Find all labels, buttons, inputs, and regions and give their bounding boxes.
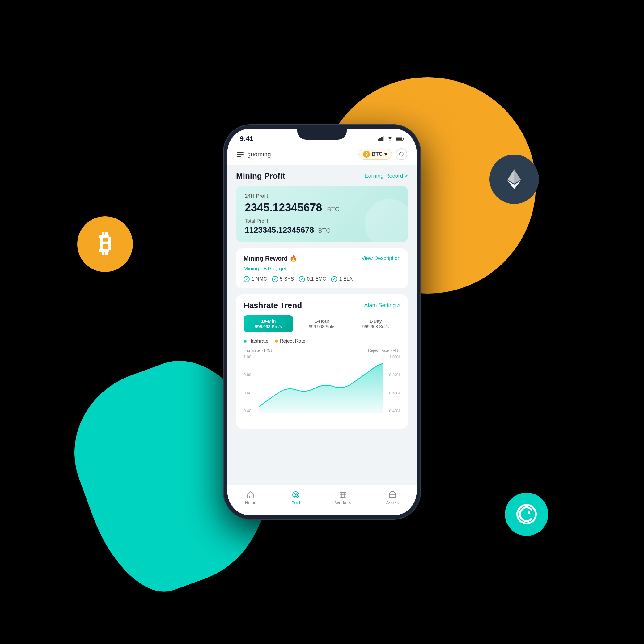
- nav-workers-label: Workers: [335, 500, 351, 505]
- chart-legend: Hashrate Reject Rate: [244, 338, 400, 344]
- nav-workers[interactable]: Workers: [335, 490, 351, 505]
- hashrate-label: Hashrate: [248, 338, 269, 344]
- earning-record-link[interactable]: Earning Record >: [364, 173, 408, 179]
- nav-assets[interactable]: Assets: [386, 490, 399, 505]
- tab-1hour-label: 1-Hour: [299, 318, 344, 324]
- tab-1day-label: 1-Day: [353, 318, 398, 324]
- view-description-link[interactable]: View Description: [362, 255, 400, 261]
- svg-rect-9: [381, 137, 383, 141]
- signal-icon: [378, 136, 384, 141]
- nav-home-label: Home: [245, 500, 256, 505]
- check-ela: ✓: [331, 276, 337, 282]
- time-tabs: 10-Min 999.908 Sol/s 1-Hour 999.908 Sol/…: [244, 315, 400, 332]
- tab-1day-value: 999.908 Sol/s: [353, 324, 398, 329]
- battery-icon: [396, 136, 404, 141]
- phone-screen: 9:41: [227, 129, 417, 515]
- svg-rect-13: [403, 138, 404, 140]
- bottom-nav: Home Pool: [227, 485, 417, 515]
- svg-rect-8: [379, 138, 381, 141]
- reward-item-nmc: ✓ 1 NMC: [244, 276, 267, 282]
- phone-outer: 9:41: [223, 124, 421, 520]
- main-content: Mining Profit Earning Record > 24H Profi…: [227, 165, 417, 496]
- reward-title: Mining Reword 🔥: [244, 255, 297, 262]
- chart-area: 1.00 0.80 0.60 0.40 1.00% 0.80% 0.60% 0.…: [244, 354, 400, 422]
- reward-item-emc: ✓ 0.1 EMC: [299, 276, 326, 282]
- pool-icon: [291, 490, 300, 499]
- btc-circle: ₿: [363, 151, 370, 158]
- btc-selector[interactable]: ₿ BTC ▾: [358, 149, 392, 160]
- alarm-setting-link[interactable]: Alam Setting >: [364, 302, 400, 309]
- green-c-icon: [505, 493, 548, 536]
- wifi-icon: [387, 136, 393, 141]
- hashrate-section: Hashrate Trend Alam Setting > 10-Min 999…: [236, 294, 408, 429]
- reward-header: Mining Reword 🔥 View Description: [244, 255, 400, 262]
- menu-icon[interactable]: [237, 152, 244, 157]
- status-icons: [378, 136, 404, 141]
- reject-rate-dot: [275, 340, 278, 343]
- tab-10min-label: 10-Min: [246, 318, 291, 324]
- svg-point-6: [528, 511, 530, 514]
- reward-label-sys: 5 SYS: [280, 276, 294, 282]
- y-axis-left-title: Hashrate（H/S）: [244, 348, 274, 353]
- y-axis-right-title: Reject Rate（%）: [368, 348, 400, 353]
- hashrate-dot: [244, 340, 247, 343]
- hashrate-fill: [259, 363, 383, 413]
- header-right: ₿ BTC ▾ ⬡: [358, 148, 407, 160]
- check-nmc: ✓: [244, 276, 250, 282]
- y-labels-right: 1.00% 0.80% 0.60% 0.40%: [383, 354, 400, 413]
- username-label: guoming: [247, 151, 271, 158]
- reward-item-ela: ✓ 1 ELA: [331, 276, 353, 282]
- hashrate-title: Hashrate Trend: [244, 301, 302, 310]
- assets-icon: [388, 490, 397, 499]
- mining-profit-header: Mining Profit Earning Record >: [236, 171, 408, 181]
- workers-icon: [339, 490, 347, 499]
- mining-profit-title: Mining Profit: [236, 171, 285, 181]
- check-sys: ✓: [272, 276, 278, 282]
- tab-10min-value: 999.908 Sol/s: [246, 324, 291, 329]
- btc-label: BTC: [372, 151, 383, 157]
- btc-arrow: ▾: [384, 151, 387, 158]
- check-emc: ✓: [299, 276, 305, 282]
- svg-rect-10: [383, 136, 384, 141]
- svg-point-16: [295, 494, 297, 495]
- nav-pool[interactable]: Pool: [291, 490, 300, 505]
- profit-24h-value: 2345.12345678 BTC: [245, 201, 399, 214]
- svg-rect-12: [396, 138, 402, 140]
- mining-reward-section: Mining Reword 🔥 View Description Mining …: [236, 248, 408, 288]
- reward-label-emc: 0.1 EMC: [307, 276, 326, 282]
- phone-wrapper: 9:41: [223, 124, 421, 520]
- phone-notch: [297, 129, 347, 140]
- nav-pool-label: Pool: [291, 500, 300, 505]
- tab-10min[interactable]: 10-Min 999.908 Sol/s: [244, 315, 293, 332]
- home-icon: [246, 490, 255, 499]
- settings-icon[interactable]: ⬡: [396, 148, 407, 160]
- reward-items: ✓ 1 NMC ✓ 5 SYS ✓ 0.1 EMC ✓: [244, 276, 400, 282]
- total-profit-label: Total Profit: [245, 218, 399, 224]
- reward-item-sys: ✓ 5 SYS: [272, 276, 294, 282]
- profit-24h-label: 24H Profit: [245, 193, 399, 199]
- bitcoin-icon: ₿: [77, 216, 133, 272]
- reward-label-nmc: 1 NMC: [252, 276, 267, 282]
- svg-rect-21: [389, 493, 396, 498]
- app-header: guoming ₿ BTC ▾ ⬡: [227, 145, 417, 165]
- tab-1hour-value: 999.908 Sol/s: [299, 324, 344, 329]
- nav-assets-label: Assets: [386, 500, 399, 505]
- hashrate-chart-svg: [259, 360, 383, 413]
- nav-home[interactable]: Home: [245, 490, 256, 505]
- tab-1hour[interactable]: 1-Hour 999.908 Sol/s: [297, 315, 347, 332]
- ethereum-icon: [489, 155, 539, 204]
- legend-reject-rate: Reject Rate: [275, 338, 306, 344]
- reward-label-ela: 1 ELA: [339, 276, 353, 282]
- total-profit-value: 1123345.12345678 BTC: [245, 225, 399, 235]
- reward-subtitle: Mining 1BTC，get: [244, 265, 400, 272]
- legend-hashrate: Hashrate: [244, 338, 269, 344]
- status-time: 9:41: [240, 135, 253, 143]
- y-labels-left: 1.00 0.80 0.60 0.40: [244, 354, 259, 413]
- tab-1day[interactable]: 1-Day 999.908 Sol/s: [351, 315, 400, 332]
- hashrate-header: Hashrate Trend Alam Setting >: [244, 301, 400, 310]
- header-left: guoming: [237, 151, 271, 158]
- reject-rate-label: Reject Rate: [280, 338, 306, 344]
- svg-text:₿: ₿: [99, 230, 111, 257]
- svg-rect-7: [378, 139, 379, 141]
- profit-card: 24H Profit 2345.12345678 BTC Total Profi…: [236, 186, 408, 242]
